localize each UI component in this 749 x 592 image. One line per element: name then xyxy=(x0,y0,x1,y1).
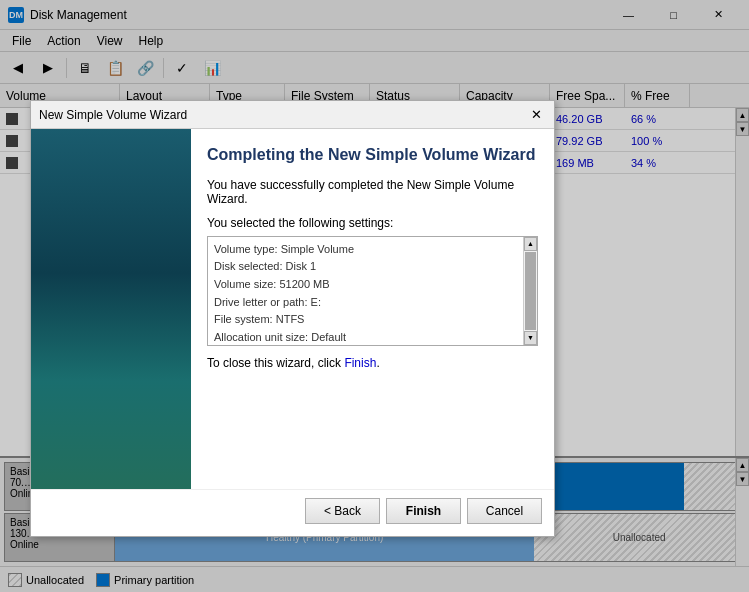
disk-area-scrollbar[interactable]: ▲ ▼ xyxy=(735,458,749,566)
vol-pct-1: 100 % xyxy=(625,135,690,147)
legend-primary-label: Primary partition xyxy=(114,574,194,586)
finish-button[interactable]: Finish xyxy=(386,498,461,524)
window-controls: — □ ✕ xyxy=(606,0,741,30)
title-bar: DM Disk Management — □ ✕ xyxy=(0,0,749,30)
disk-scrollbar-down[interactable]: ▼ xyxy=(736,472,749,486)
dialog-title: New Simple Volume Wizard xyxy=(39,108,526,122)
dialog-heading: Completing the New Simple Volume Wizard xyxy=(207,145,538,166)
finish-link: Finish xyxy=(344,356,376,370)
settings-scroll-up[interactable]: ▲ xyxy=(524,237,537,251)
settings-scrollbar[interactable]: ▲ ▼ xyxy=(523,237,537,345)
window-title: Disk Management xyxy=(30,8,606,22)
menu-view[interactable]: View xyxy=(89,32,131,50)
menu-help[interactable]: Help xyxy=(131,32,172,50)
app-icon: DM xyxy=(8,7,24,23)
col-header-pctfree[interactable]: % Free xyxy=(625,84,690,107)
menu-file[interactable]: File xyxy=(4,32,39,50)
list-scrollbar[interactable]: ▲ ▼ xyxy=(735,108,749,456)
scrollbar-down-arrow[interactable]: ▼ xyxy=(736,122,749,136)
dialog-body: Completing the New Simple Volume Wizard … xyxy=(31,129,554,489)
dialog-sidebar xyxy=(31,129,191,489)
settings-content: Volume type: Simple Volume Disk selected… xyxy=(208,237,537,346)
toolbar-btn-5[interactable]: 📊 xyxy=(198,55,226,81)
setting-4: File system: NTFS xyxy=(214,311,531,329)
minimize-button[interactable]: — xyxy=(606,0,651,30)
vol-pct-2: 34 % xyxy=(625,157,690,169)
toolbar-separator-1 xyxy=(66,58,67,78)
dialog-close-button[interactable]: ✕ xyxy=(526,105,546,125)
legend-primary-icon xyxy=(96,573,110,587)
dialog-settings-label: You selected the following settings: xyxy=(207,216,538,230)
legend-unalloc-label: Unallocated xyxy=(26,574,84,586)
vol-free-0: 46.20 GB xyxy=(550,113,625,125)
disk-scrollbar-up[interactable]: ▲ xyxy=(736,458,749,472)
forward-button[interactable]: ▶ xyxy=(34,55,62,81)
setting-1: Disk selected: Disk 1 xyxy=(214,258,531,276)
legend-unalloc-icon xyxy=(8,573,22,587)
dialog-buttons: < Back Finish Cancel xyxy=(31,489,554,536)
settings-scroll-thumb[interactable] xyxy=(525,252,536,330)
wizard-dialog: New Simple Volume Wizard ✕ Completing th… xyxy=(30,100,555,537)
toolbar-btn-1[interactable]: 🖥 xyxy=(71,55,99,81)
close-button[interactable]: ✕ xyxy=(696,0,741,30)
cancel-button[interactable]: Cancel xyxy=(467,498,542,524)
toolbar-btn-4[interactable]: ✓ xyxy=(168,55,196,81)
back-button[interactable]: < Back xyxy=(305,498,380,524)
vol-free-1: 79.92 GB xyxy=(550,135,625,147)
toolbar: ◀ ▶ 🖥 📋 🔗 ✓ 📊 xyxy=(0,52,749,84)
menu-bar: File Action View Help xyxy=(0,30,749,52)
disk-1-status: Online xyxy=(10,539,109,550)
toolbar-btn-3[interactable]: 🔗 xyxy=(131,55,159,81)
back-button[interactable]: ◀ xyxy=(4,55,32,81)
col-header-freespace[interactable]: Free Spa... xyxy=(550,84,625,107)
menu-action[interactable]: Action xyxy=(39,32,88,50)
toolbar-separator-2 xyxy=(163,58,164,78)
dialog-desc1: You have successfully completed the New … xyxy=(207,178,538,206)
setting-2: Volume size: 51200 MB xyxy=(214,276,531,294)
setting-3: Drive letter or path: E: xyxy=(214,294,531,312)
dialog-titlebar: New Simple Volume Wizard ✕ xyxy=(31,101,554,129)
vol-free-2: 169 MB xyxy=(550,157,625,169)
maximize-button[interactable]: □ xyxy=(651,0,696,30)
legend-primary: Primary partition xyxy=(96,573,194,587)
setting-0: Volume type: Simple Volume xyxy=(214,241,531,259)
vol-pct-0: 66 % xyxy=(625,113,690,125)
settings-box: Volume type: Simple Volume Disk selected… xyxy=(207,236,538,346)
setting-5: Allocation unit size: Default xyxy=(214,329,531,346)
disk-1-unalloc-label: Unallocated xyxy=(613,532,666,543)
settings-scroll-down[interactable]: ▼ xyxy=(524,331,537,345)
dialog-finish-text: To close this wizard, click Finish. xyxy=(207,356,538,370)
toolbar-btn-2[interactable]: 📋 xyxy=(101,55,129,81)
disk-1-unalloc: Unallocated xyxy=(534,514,744,561)
legend-unallocated: Unallocated xyxy=(8,573,84,587)
legend-bar: Unallocated Primary partition xyxy=(0,566,749,592)
scrollbar-up-arrow[interactable]: ▲ xyxy=(736,108,749,122)
dialog-content: Completing the New Simple Volume Wizard … xyxy=(191,129,554,489)
